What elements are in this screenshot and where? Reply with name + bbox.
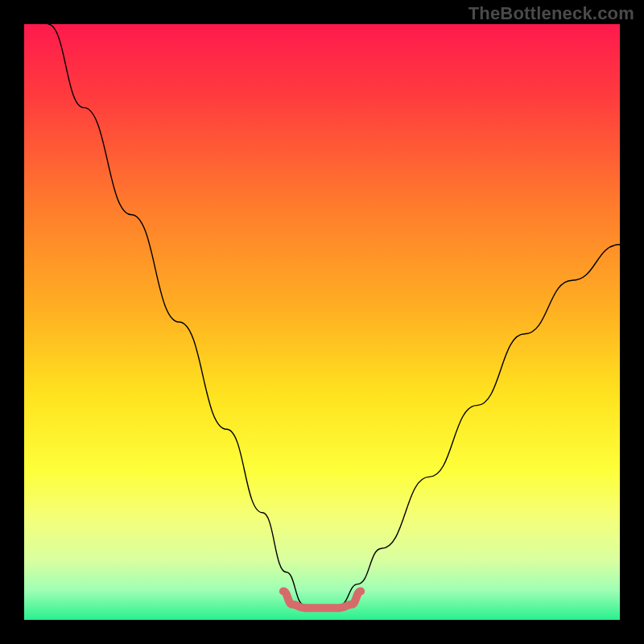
plot-area [24,24,620,620]
chart-frame: TheBottleneck.com [0,0,644,644]
watermark-text: TheBottleneck.com [469,3,634,24]
chart-svg [24,24,620,620]
gradient-background [24,24,620,620]
